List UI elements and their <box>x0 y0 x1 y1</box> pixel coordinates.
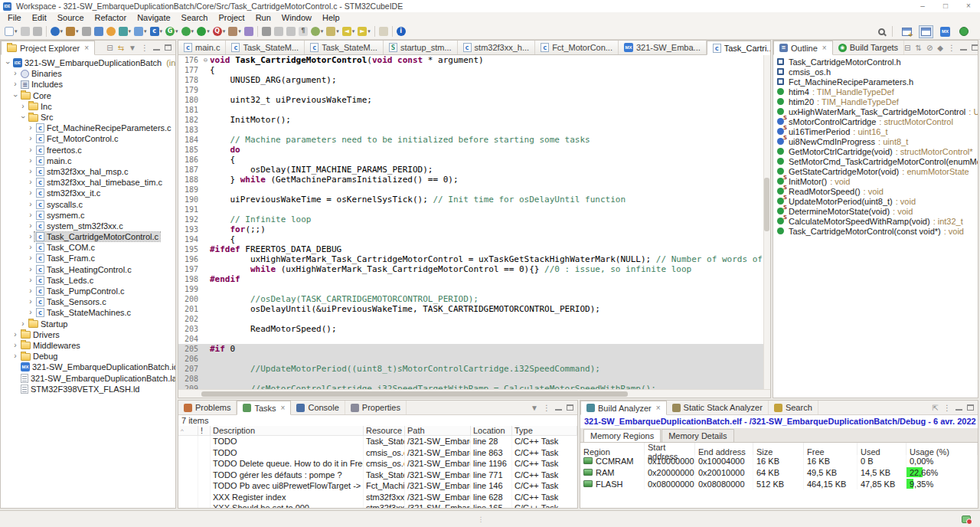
tree-item[interactable]: ›csyscalls.c <box>1 198 175 209</box>
profile-icon[interactable]: Q▾ <box>211 25 227 38</box>
filter-icon[interactable]: ▼ <box>129 44 136 52</box>
task-row[interactable]: TODO Delete queue. How to do it in FreeR… <box>178 458 577 470</box>
outline-item[interactable]: Task_CartridgeMotorControl.h <box>773 57 978 67</box>
tree-item[interactable]: ›cstm32f3xx_hal_msp.c <box>1 166 175 177</box>
tree-item[interactable]: ›≡Includes <box>1 79 175 90</box>
menu-icon[interactable]: ⋮ <box>543 404 550 412</box>
build-icon[interactable]: ▾ <box>64 25 80 38</box>
forward-icon[interactable]: ►▾ <box>356 25 372 38</box>
column-header[interactable]: ! <box>198 426 211 435</box>
hide-static-icon[interactable]: ◆ <box>937 44 943 52</box>
new-window-icon[interactable]: ▾ <box>132 25 149 38</box>
outline-item[interactable]: Sui8NewCmdInProgress : uint8_t <box>773 136 978 146</box>
outline-item[interactable]: SsMotorControlCartridge : structMotorCon… <box>773 116 978 126</box>
tab-build-analyzer[interactable]: Build Analyzer× <box>580 401 667 415</box>
tab-properties[interactable]: Properties <box>345 401 407 414</box>
memory-region-row[interactable]: RAM0x200000000x2001000064 KB49,5 KB14,5 … <box>580 466 978 478</box>
tree-item[interactable]: ›cTask_StateMachines.c <box>1 307 175 318</box>
column-header[interactable]: Description <box>211 426 364 435</box>
lightbulb-icon[interactable] <box>105 25 117 38</box>
tree-item[interactable]: ›Middlewares <box>1 340 175 351</box>
tree-item[interactable]: ›Startup <box>1 319 175 329</box>
tree-item[interactable]: STM32F398VETX_FLASH.ld <box>1 384 175 394</box>
tree-item[interactable]: ›Inc <box>1 101 175 112</box>
twistie-icon[interactable]: › <box>11 80 19 88</box>
menu-run[interactable]: Run <box>250 12 276 24</box>
open-perspective-button[interactable] <box>900 25 914 38</box>
twistie-icon[interactable]: › <box>27 233 34 241</box>
close-icon[interactable]: × <box>822 44 827 52</box>
tab-outline[interactable]: ≡ Outline × <box>773 41 833 55</box>
task-row[interactable]: TODOcmsis_os.c/321-SW_Embarqu...line 863… <box>178 447 577 459</box>
menu-project[interactable]: Project <box>213 12 250 24</box>
device-config-button[interactable] <box>957 25 971 38</box>
twistie-icon[interactable]: › <box>27 157 34 165</box>
mark-occurrences-icon[interactable] <box>273 25 285 38</box>
twistie-icon[interactable]: › <box>27 211 34 219</box>
search-icon[interactable] <box>878 28 885 35</box>
block-selection-icon[interactable] <box>285 25 297 38</box>
task-row[interactable]: TODOTask_StateMa.../321-SW_Embarqu...lin… <box>178 436 577 447</box>
tree-item[interactable]: ›IDE321-SW_EmbarqueDuplicationBatch (in … <box>1 57 175 68</box>
menu-file[interactable]: File <box>2 12 27 24</box>
save-icon[interactable] <box>19 25 31 38</box>
twistie-icon[interactable]: › <box>27 254 34 262</box>
outline-item[interactable]: cmsis_os.h <box>773 67 978 77</box>
editor-tab[interactable]: MX321-SW_Emba... <box>619 41 707 54</box>
maximize-view-icon[interactable] <box>972 44 978 51</box>
annotations-icon[interactable]: ▾ <box>309 25 325 38</box>
tree-item[interactable]: ›cTask_CartridgeMotorControl.c <box>1 231 175 242</box>
tree-item[interactable]: 321-SW_EmbarqueDuplicationBatch.launch <box>1 372 175 383</box>
twistie-icon[interactable]: › <box>27 277 34 284</box>
tree-item[interactable]: ›cstm32f3xx_it.c <box>1 188 175 198</box>
sort-icon[interactable]: ⇅ <box>915 44 921 52</box>
twistie-icon[interactable]: › <box>27 124 34 132</box>
outline-item[interactable]: Fct_MachineRecipeParameters.h <box>773 77 978 87</box>
collapse-all-icon[interactable]: ⊟ <box>904 44 910 52</box>
last-edit-icon[interactable]: ▾ <box>325 25 341 38</box>
menu-navigate[interactable]: Navigate <box>132 12 175 24</box>
external-tools-icon[interactable]: ▾ <box>227 25 243 38</box>
column-header[interactable]: ^ <box>178 426 198 435</box>
scrollbar-thumb[interactable] <box>764 178 769 231</box>
twistie-icon[interactable]: › <box>27 189 34 197</box>
coverage-icon[interactable]: G▾ <box>164 25 180 38</box>
twistie-icon[interactable]: › <box>27 135 34 142</box>
outline-item[interactable]: uxHighWaterMark_Task_CartridgeMotorContr… <box>773 106 978 116</box>
tab-tasks[interactable]: Tasks× <box>237 401 291 415</box>
tree-item[interactable]: ›cFct_MotorControl.c <box>1 133 175 144</box>
minimize-button[interactable]: – <box>911 0 934 12</box>
editor-horizontal-scrollbar[interactable] <box>178 389 770 398</box>
collapse-all-icon[interactable]: ⊟ <box>106 44 113 52</box>
tab-problems[interactable]: Problems <box>178 401 237 414</box>
maximize-button[interactable]: □ <box>934 0 957 12</box>
memory-region-row[interactable]: FLASH0x080000000x08080000512 KB464,15 KB… <box>580 478 978 489</box>
minimize-view-icon[interactable] <box>153 45 160 51</box>
menu-edit[interactable]: Edit <box>27 12 52 24</box>
new-c-file-icon[interactable]: c▾ <box>149 25 165 38</box>
close-button[interactable]: × <box>957 0 980 12</box>
tree-item[interactable]: ›cFct_MachineRecipeParameters.c <box>1 123 175 133</box>
outline-item[interactable]: GetMotorCtrlCartridge(void) : structMoto… <box>773 146 978 156</box>
cpp-perspective-button[interactable] <box>919 25 933 38</box>
outline-item[interactable]: SCalculateMotorSpeedWithRamp(void) : int… <box>773 216 978 226</box>
tree-item[interactable]: ›cTask_PumpControl.c <box>1 286 175 296</box>
twistie-icon[interactable]: › <box>11 342 19 349</box>
minimize-view-icon[interactable] <box>960 45 967 51</box>
close-icon[interactable]: × <box>656 404 661 412</box>
twistie-icon[interactable]: › <box>27 287 34 295</box>
show-whitespace-icon[interactable]: ¶ <box>297 25 309 38</box>
link-editor-icon[interactable]: ⇆ <box>118 44 124 52</box>
tree-item[interactable]: ›Drivers <box>1 329 175 340</box>
twistie-icon[interactable]: › <box>11 92 19 100</box>
maximize-view-icon[interactable] <box>165 44 172 51</box>
outline-item[interactable]: htim4 : TIM_HandleTypeDef <box>773 87 978 97</box>
tree-item[interactable]: MX321-SW_EmbarqueDuplicationBatch.ioc <box>1 362 175 372</box>
maximize-view-icon[interactable] <box>567 404 573 411</box>
menu-source[interactable]: Source <box>52 12 90 24</box>
pin-icon[interactable]: ⇱ <box>933 404 939 412</box>
debug-config-icon[interactable]: ▾ <box>180 25 196 38</box>
lock-icon[interactable] <box>80 25 93 38</box>
filter-icon[interactable]: ▼ <box>531 404 538 412</box>
column-header[interactable]: Resource <box>364 426 405 435</box>
